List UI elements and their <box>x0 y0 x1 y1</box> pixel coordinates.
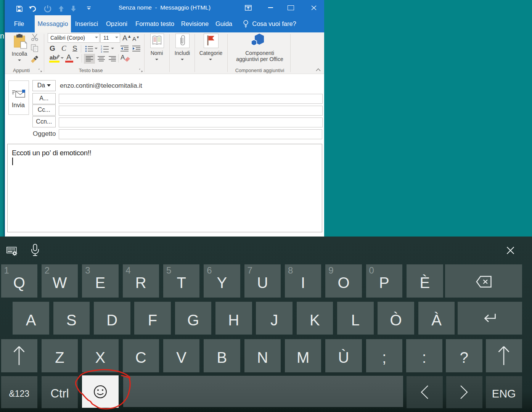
svg-text:3: 3 <box>101 50 102 53</box>
svg-text:1: 1 <box>101 45 102 48</box>
svg-text:2: 2 <box>101 48 102 50</box>
